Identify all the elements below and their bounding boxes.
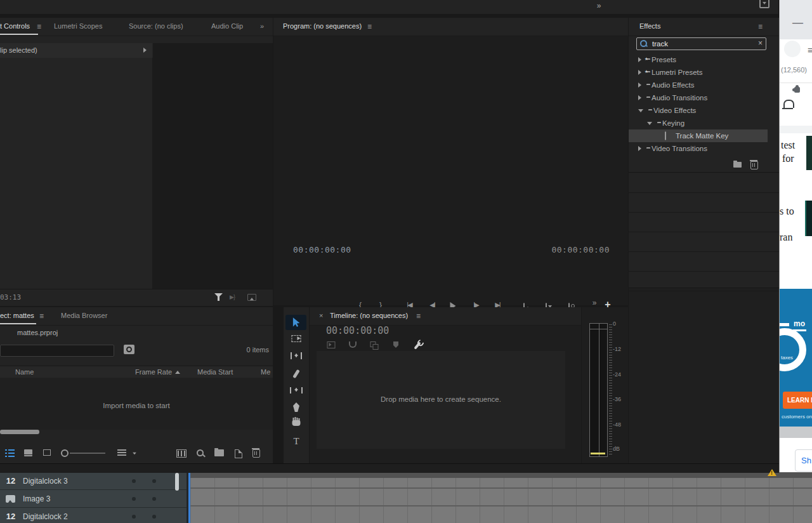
timeline-drop-zone[interactable]: Drop media here to create sequence. xyxy=(317,351,565,449)
tree-chevron-icon[interactable] xyxy=(638,95,641,100)
clip-header-row[interactable]: lip selected) xyxy=(0,43,152,58)
snap-icon[interactable] xyxy=(349,341,357,348)
tree-chevron-icon[interactable] xyxy=(647,122,652,125)
tab-audio-clip[interactable]: Audio Clip xyxy=(211,22,243,30)
zoom-slider-knob[interactable] xyxy=(61,449,69,457)
program-current-timecode[interactable]: 00:00:00:00 xyxy=(293,245,351,255)
overflow-chevron-icon[interactable]: » xyxy=(597,1,601,10)
hand-tool[interactable] xyxy=(292,420,301,426)
panel-menu-icon[interactable]: ≡ xyxy=(39,312,44,321)
effects-search-input[interactable] xyxy=(651,38,755,50)
minimize-button[interactable]: — xyxy=(792,17,803,29)
timeline-settings-wrench-icon[interactable] xyxy=(414,341,421,350)
collapsed-panel-header[interactable] xyxy=(629,252,779,272)
tab-overflow-icon[interactable]: » xyxy=(260,22,264,30)
collapsed-panel-header[interactable] xyxy=(629,193,779,213)
panel-menu-icon[interactable]: ≡ xyxy=(37,22,41,31)
panel-menu-icon[interactable]: ≡ xyxy=(758,22,763,31)
layer-toggle-dot[interactable] xyxy=(152,497,156,501)
collapsed-panel-header[interactable] xyxy=(629,173,779,193)
tree-chevron-icon[interactable] xyxy=(638,146,641,151)
ripple-edit-tool[interactable] xyxy=(291,352,302,359)
timeline-timecode[interactable]: 00:00:00:00 xyxy=(326,325,389,336)
playhead-line[interactable] xyxy=(188,472,190,523)
tab-effects[interactable]: Effects xyxy=(639,22,660,30)
layer-toggle-dot[interactable] xyxy=(132,515,136,519)
list-view-icon[interactable] xyxy=(5,449,15,457)
add-marker-icon[interactable] xyxy=(393,341,398,348)
tab-media-browser[interactable]: Media Browser xyxy=(61,312,107,319)
learn-more-button[interactable]: LEARN M xyxy=(783,392,812,409)
ad-banner[interactable]: mo taxes LEARN M customers only xyxy=(780,289,812,427)
project-search-input[interactable] xyxy=(4,345,112,356)
slip-tool[interactable] xyxy=(290,387,303,394)
clear-search-icon[interactable]: × xyxy=(758,39,763,48)
sort-dropdown-icon[interactable] xyxy=(133,453,136,455)
tree-chevron-icon[interactable] xyxy=(638,57,641,62)
tab-project[interactable]: ect: mattes xyxy=(0,312,34,319)
export-icon[interactable] xyxy=(247,294,256,301)
layer-row[interactable]: Image 3 xyxy=(0,490,187,508)
razor-tool[interactable] xyxy=(292,369,300,379)
tab-lumetri-scopes[interactable]: Lumetri Scopes xyxy=(54,22,102,30)
quick-export-icon[interactable] xyxy=(759,0,769,8)
tree-chevron-icon[interactable] xyxy=(638,70,641,75)
delete-custom-item-icon[interactable] xyxy=(750,161,758,169)
column-frame-rate[interactable]: Frame Rate xyxy=(135,368,172,376)
filter-properties-icon[interactable] xyxy=(214,293,223,301)
warning-icon[interactable] xyxy=(768,465,776,476)
effects-tree-row[interactable]: Presets xyxy=(629,53,768,66)
play-in-to-out-icon[interactable]: ▶} xyxy=(230,294,235,300)
pen-tool[interactable] xyxy=(293,402,299,412)
column-name[interactable]: Name xyxy=(15,368,34,376)
track-select-forward-tool[interactable] xyxy=(292,335,301,342)
layer-row[interactable]: 12 Digitalclock 2 xyxy=(0,508,187,523)
find-icon[interactable] xyxy=(197,449,204,456)
audio-meter-bars[interactable] xyxy=(589,323,608,457)
tree-chevron-icon[interactable] xyxy=(638,83,641,88)
automate-to-sequence-icon[interactable] xyxy=(176,449,187,458)
expand-icon[interactable] xyxy=(143,48,147,53)
browser-menu-icon[interactable]: ≡ xyxy=(808,44,812,55)
effects-tree-row[interactable]: Lumetri Presets xyxy=(629,66,768,79)
freeform-view-icon[interactable] xyxy=(43,449,51,456)
search-bins-icon[interactable] xyxy=(124,345,134,354)
bell-icon[interactable] xyxy=(783,100,794,108)
layer-row[interactable]: 12 Digitalclock 3 xyxy=(0,472,187,490)
layer-toggle-dot[interactable] xyxy=(132,479,136,483)
timeline-grid[interactable] xyxy=(190,472,812,523)
effects-tree-row[interactable]: Audio Effects xyxy=(629,79,768,91)
tab-effect-controls[interactable]: t Controls xyxy=(0,22,30,30)
tab-timeline[interactable]: Timeline: (no sequences) xyxy=(330,312,408,319)
effects-tree-row[interactable]: Video Effects xyxy=(629,104,768,117)
layer-scrollbar-thumb[interactable] xyxy=(175,473,179,491)
type-tool[interactable]: T xyxy=(293,436,299,447)
new-bin-icon[interactable] xyxy=(214,449,224,456)
layer-toggle-dot[interactable] xyxy=(132,497,136,501)
panel-menu-icon[interactable]: ≡ xyxy=(416,312,421,321)
more-controls-icon[interactable]: » xyxy=(593,298,597,307)
share-button[interactable]: Sh xyxy=(795,449,812,472)
sort-icons-icon[interactable] xyxy=(117,449,126,456)
effects-tree-row[interactable]: Video Transitions xyxy=(629,142,768,155)
effects-tree-row[interactable]: Audio Transitions xyxy=(629,91,768,104)
extension-button[interactable] xyxy=(784,41,801,57)
project-item-list[interactable]: Import media to start xyxy=(0,378,273,430)
clear-icon[interactable] xyxy=(252,449,260,458)
tab-source[interactable]: Source: (no clips) xyxy=(129,22,183,30)
horizontal-scrollbar-thumb[interactable] xyxy=(0,430,39,434)
column-media-start[interactable]: Media Start xyxy=(197,368,233,376)
layer-toggle-dot[interactable] xyxy=(152,479,156,483)
icon-view-icon[interactable] xyxy=(24,449,32,456)
new-item-icon[interactable] xyxy=(235,449,242,458)
effects-tree-row[interactable]: Track Matte Key xyxy=(629,129,768,142)
collapsed-panel-header[interactable] xyxy=(629,272,779,291)
insert-as-nest-icon[interactable] xyxy=(327,341,336,348)
layer-toggle-dot[interactable] xyxy=(152,515,156,519)
zoom-slider-track[interactable] xyxy=(70,453,105,454)
effects-tree-row[interactable]: Keying xyxy=(629,117,768,129)
new-custom-bin-icon[interactable] xyxy=(733,162,742,168)
panel-menu-icon[interactable]: ≡ xyxy=(367,22,372,31)
tab-program[interactable]: Program: (no sequences) xyxy=(283,22,362,30)
tree-chevron-icon[interactable] xyxy=(638,109,643,112)
